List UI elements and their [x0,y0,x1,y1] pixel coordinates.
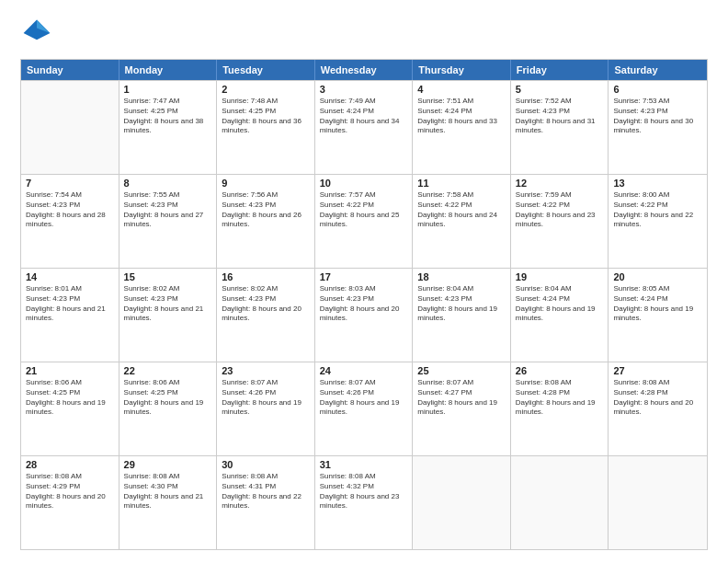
day-number: 2 [222,84,310,95]
day-number: 20 [613,271,702,282]
weekday-header-wednesday: Wednesday [315,60,414,80]
day-number: 7 [26,178,114,189]
day-number: 26 [516,365,604,376]
cal-cell-r4-c6 [609,456,707,549]
cell-info: Sunrise: 8:08 AM Sunset: 4:28 PM Dayligh… [613,378,702,418]
calendar-body: 1Sunrise: 7:47 AM Sunset: 4:25 PM Daylig… [21,80,707,549]
cell-info: Sunrise: 8:07 AM Sunset: 4:26 PM Dayligh… [222,378,310,418]
day-number: 11 [417,178,506,189]
cell-info: Sunrise: 7:56 AM Sunset: 4:23 PM Dayligh… [222,190,310,230]
cell-info: Sunrise: 8:05 AM Sunset: 4:24 PM Dayligh… [613,284,702,324]
cell-info: Sunrise: 8:07 AM Sunset: 4:26 PM Dayligh… [320,378,408,418]
cal-cell-r3-c3: 24Sunrise: 8:07 AM Sunset: 4:26 PM Dayli… [315,362,414,455]
cal-cell-r0-c6: 6Sunrise: 7:53 AM Sunset: 4:23 PM Daylig… [609,81,707,174]
day-number: 5 [516,84,604,95]
cell-info: Sunrise: 8:08 AM Sunset: 4:30 PM Dayligh… [124,472,212,511]
day-number: 1 [124,84,212,95]
cal-cell-r2-c4: 18Sunrise: 8:04 AM Sunset: 4:23 PM Dayli… [413,269,511,362]
day-number: 21 [26,365,114,376]
cell-info: Sunrise: 7:58 AM Sunset: 4:22 PM Dayligh… [417,190,506,230]
cal-cell-r1-c1: 8Sunrise: 7:55 AM Sunset: 4:23 PM Daylig… [119,175,218,268]
day-number: 28 [26,459,114,470]
day-number: 3 [320,84,408,95]
day-number: 22 [124,365,212,376]
cal-cell-r3-c6: 27Sunrise: 8:08 AM Sunset: 4:28 PM Dayli… [609,362,707,455]
cell-info: Sunrise: 8:00 AM Sunset: 4:22 PM Dayligh… [613,190,702,230]
cell-info: Sunrise: 8:04 AM Sunset: 4:23 PM Dayligh… [417,284,506,324]
calendar-row-1: 1Sunrise: 7:47 AM Sunset: 4:25 PM Daylig… [21,80,707,174]
cal-cell-r4-c5 [511,456,609,549]
cell-info: Sunrise: 7:54 AM Sunset: 4:23 PM Dayligh… [26,190,114,230]
cal-cell-r4-c1: 29Sunrise: 8:08 AM Sunset: 4:30 PM Dayli… [119,456,218,549]
page: SundayMondayTuesdayWednesdayThursdayFrid… [0,0,728,563]
cell-info: Sunrise: 7:51 AM Sunset: 4:24 PM Dayligh… [417,97,506,136]
cal-cell-r2-c2: 16Sunrise: 8:02 AM Sunset: 4:23 PM Dayli… [217,269,315,362]
calendar-row-3: 14Sunrise: 8:01 AM Sunset: 4:23 PM Dayli… [21,268,707,362]
day-number: 31 [320,459,408,470]
weekday-header-sunday: Sunday [21,60,119,80]
cell-info: Sunrise: 8:08 AM Sunset: 4:28 PM Dayligh… [516,378,604,418]
weekday-header-thursday: Thursday [413,60,511,80]
day-number: 15 [124,271,212,282]
cal-cell-r0-c0 [21,81,119,174]
day-number: 16 [222,271,310,282]
day-number: 10 [320,178,408,189]
calendar-row-2: 7Sunrise: 7:54 AM Sunset: 4:23 PM Daylig… [21,174,707,268]
cell-info: Sunrise: 7:48 AM Sunset: 4:25 PM Dayligh… [222,97,310,136]
calendar-row-5: 28Sunrise: 8:08 AM Sunset: 4:29 PM Dayli… [21,455,707,549]
cal-cell-r2-c3: 17Sunrise: 8:03 AM Sunset: 4:23 PM Dayli… [315,269,414,362]
cal-cell-r2-c6: 20Sunrise: 8:05 AM Sunset: 4:24 PM Dayli… [609,269,707,362]
cal-cell-r1-c5: 12Sunrise: 7:59 AM Sunset: 4:22 PM Dayli… [511,175,609,268]
cell-info: Sunrise: 7:49 AM Sunset: 4:24 PM Dayligh… [320,97,408,136]
cal-cell-r3-c5: 26Sunrise: 8:08 AM Sunset: 4:28 PM Dayli… [511,362,609,455]
header [20,17,708,50]
cal-cell-r0-c4: 4Sunrise: 7:51 AM Sunset: 4:24 PM Daylig… [413,81,511,174]
day-number: 19 [516,271,604,282]
cal-cell-r3-c1: 22Sunrise: 8:06 AM Sunset: 4:25 PM Dayli… [119,362,218,455]
day-number: 30 [222,459,310,470]
day-number: 18 [417,271,506,282]
day-number: 12 [516,178,604,189]
day-number: 27 [613,365,702,376]
cal-cell-r4-c2: 30Sunrise: 8:08 AM Sunset: 4:31 PM Dayli… [217,456,315,549]
cell-info: Sunrise: 8:06 AM Sunset: 4:25 PM Dayligh… [124,378,212,418]
day-number: 9 [222,178,310,189]
day-number: 8 [124,178,212,189]
cal-cell-r0-c2: 2Sunrise: 7:48 AM Sunset: 4:25 PM Daylig… [217,81,315,174]
cell-info: Sunrise: 7:52 AM Sunset: 4:23 PM Dayligh… [516,97,604,136]
cal-cell-r4-c0: 28Sunrise: 8:08 AM Sunset: 4:29 PM Dayli… [21,456,119,549]
cell-info: Sunrise: 7:47 AM Sunset: 4:25 PM Dayligh… [124,97,212,136]
cell-info: Sunrise: 8:02 AM Sunset: 4:23 PM Dayligh… [124,284,212,324]
day-number: 29 [124,459,212,470]
calendar: SundayMondayTuesdayWednesdayThursdayFrid… [20,59,708,550]
cal-cell-r1-c2: 9Sunrise: 7:56 AM Sunset: 4:23 PM Daylig… [217,175,315,268]
cell-info: Sunrise: 8:08 AM Sunset: 4:29 PM Dayligh… [26,472,114,511]
weekday-header-monday: Monday [119,60,218,80]
day-number: 6 [613,84,702,95]
cal-cell-r3-c4: 25Sunrise: 8:07 AM Sunset: 4:27 PM Dayli… [413,362,511,455]
day-number: 23 [222,365,310,376]
cal-cell-r1-c4: 11Sunrise: 7:58 AM Sunset: 4:22 PM Dayli… [413,175,511,268]
cell-info: Sunrise: 8:08 AM Sunset: 4:31 PM Dayligh… [222,472,310,511]
cal-cell-r0-c3: 3Sunrise: 7:49 AM Sunset: 4:24 PM Daylig… [315,81,414,174]
cal-cell-r2-c1: 15Sunrise: 8:02 AM Sunset: 4:23 PM Dayli… [119,269,218,362]
weekday-header-friday: Friday [511,60,609,80]
cell-info: Sunrise: 8:02 AM Sunset: 4:23 PM Dayligh… [222,284,310,324]
day-number: 14 [26,271,114,282]
day-number: 17 [320,271,408,282]
cell-info: Sunrise: 7:53 AM Sunset: 4:23 PM Dayligh… [613,97,702,136]
cell-info: Sunrise: 7:59 AM Sunset: 4:22 PM Dayligh… [516,190,604,230]
cell-info: Sunrise: 8:04 AM Sunset: 4:24 PM Dayligh… [516,284,604,324]
weekday-header-saturday: Saturday [609,60,707,80]
cal-cell-r2-c5: 19Sunrise: 8:04 AM Sunset: 4:24 PM Dayli… [511,269,609,362]
day-number: 4 [417,84,506,95]
cell-info: Sunrise: 7:55 AM Sunset: 4:23 PM Dayligh… [124,190,212,230]
logo [20,17,57,50]
cal-cell-r3-c2: 23Sunrise: 8:07 AM Sunset: 4:26 PM Dayli… [217,362,315,455]
calendar-header: SundayMondayTuesdayWednesdayThursdayFrid… [21,60,707,80]
cell-info: Sunrise: 8:07 AM Sunset: 4:27 PM Dayligh… [417,378,506,418]
cell-info: Sunrise: 8:03 AM Sunset: 4:23 PM Dayligh… [320,284,408,324]
cell-info: Sunrise: 8:06 AM Sunset: 4:25 PM Dayligh… [26,378,114,418]
cal-cell-r1-c6: 13Sunrise: 8:00 AM Sunset: 4:22 PM Dayli… [609,175,707,268]
day-number: 25 [417,365,506,376]
